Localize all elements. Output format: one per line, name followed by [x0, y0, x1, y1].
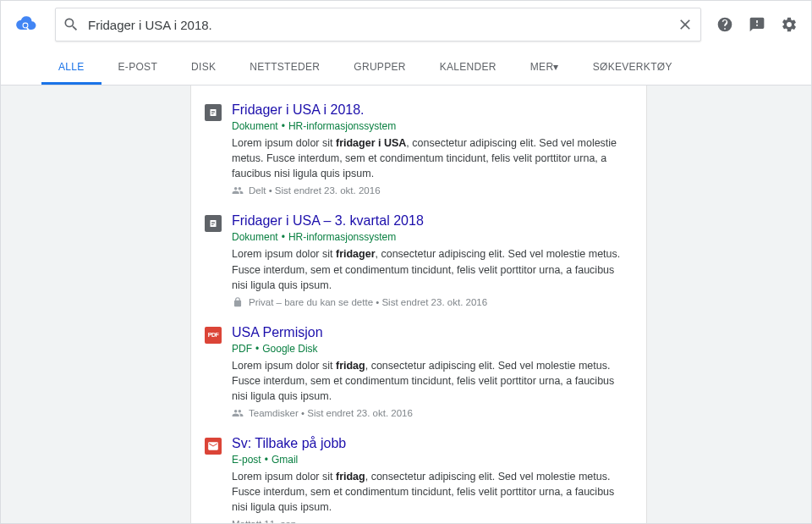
clear-icon[interactable]	[677, 16, 694, 33]
settings-icon[interactable]	[781, 16, 798, 33]
result-snippet: Lorem ipsum dolor sit fridag, consectetu…	[232, 358, 633, 404]
result-status: Mottatt 11. sep.	[232, 519, 633, 524]
result-item: Fridager i USA i 2018.Dokument•HR-inform…	[205, 102, 633, 196]
feedback-icon[interactable]	[749, 16, 765, 33]
svg-point-1	[24, 24, 28, 28]
result-snippet: Lorem ipsum dolor sit fridager, consecte…	[232, 246, 633, 292]
tabs: ALLEE-POSTDISKNETTSTEDERGRUPPERKALENDERM…	[1, 48, 811, 85]
shared-icon	[232, 185, 244, 196]
svg-rect-4	[211, 111, 215, 112]
svg-rect-6	[211, 113, 214, 114]
result-item: Sv: Tilbake på jobbE-post•GmailLorem ips…	[205, 436, 633, 523]
result-status: Delt • Sist endret 23. okt. 2016	[232, 185, 633, 196]
body: Fridager i USA i 2018.Dokument•HR-inform…	[1, 85, 811, 523]
shared-icon	[232, 407, 244, 419]
app-window: ALLEE-POSTDISKNETTSTEDERGRUPPERKALENDERM…	[0, 0, 812, 524]
tab-disk[interactable]: DISK	[174, 48, 233, 85]
pdf-icon: PDF	[205, 327, 222, 344]
tab-søkeverktøy[interactable]: SØKEVERKTØY	[576, 48, 689, 85]
result-meta: Dokument•HR-informasjonssystem	[232, 120, 633, 132]
tab-e-post[interactable]: E-POST	[102, 48, 174, 85]
lock-icon	[232, 296, 244, 308]
chevron-down-icon: ▾	[553, 61, 558, 73]
result-status: Privat – bare du kan se dette • Sist end…	[232, 296, 633, 308]
result-snippet: Lorem ipsum dolor sit fridager i USA, co…	[232, 135, 633, 181]
svg-rect-10	[211, 224, 214, 225]
result-title[interactable]: USA Permisjon	[232, 325, 633, 340]
search-input[interactable]	[88, 18, 677, 32]
result-title[interactable]: Sv: Tilbake på jobb	[232, 436, 633, 451]
help-icon[interactable]	[716, 16, 733, 33]
tab-alle[interactable]: ALLE	[41, 48, 102, 85]
svg-rect-9	[211, 223, 215, 224]
result-status: Teamdisker • Sist endret 23. okt. 2016	[232, 407, 633, 419]
result-item: PDFUSA PermisjonPDF•Google DiskLorem ips…	[205, 325, 633, 419]
cloud-search-logo	[14, 14, 55, 36]
doc-icon	[205, 215, 222, 232]
tab-kalender[interactable]: KALENDER	[423, 48, 513, 85]
results-panel: Fridager i USA i 2018.Dokument•HR-inform…	[190, 85, 647, 523]
svg-rect-8	[211, 222, 215, 223]
search-box[interactable]	[55, 8, 701, 41]
result-title[interactable]: Fridager i USA – 3. kvartal 2018	[232, 213, 633, 229]
header-actions	[701, 16, 798, 33]
tab-nettsteder[interactable]: NETTSTEDER	[233, 48, 337, 85]
search-icon	[63, 16, 80, 33]
result-title[interactable]: Fridager i USA i 2018.	[232, 102, 633, 118]
doc-icon	[205, 104, 222, 121]
tab-mer[interactable]: MER ▾	[513, 48, 576, 85]
tab-grupper[interactable]: GRUPPER	[337, 48, 422, 85]
mail-icon	[205, 438, 222, 455]
result-meta: E-post•Gmail	[232, 454, 633, 466]
result-item: Fridager i USA – 3. kvartal 2018Dokument…	[205, 213, 633, 307]
result-meta: Dokument•HR-informasjonssystem	[232, 231, 633, 243]
header	[1, 1, 811, 48]
svg-rect-5	[211, 113, 215, 113]
result-snippet: Lorem ipsum dolor sit fridag, consectetu…	[232, 469, 633, 515]
result-meta: PDF•Google Disk	[232, 343, 633, 355]
